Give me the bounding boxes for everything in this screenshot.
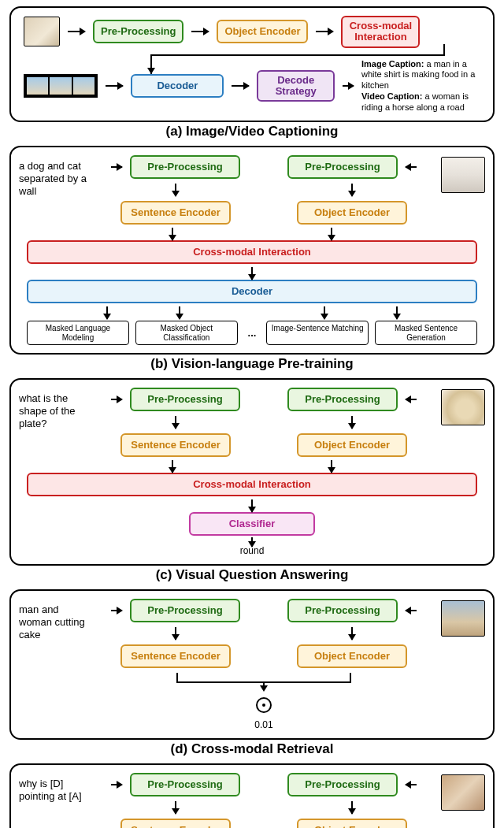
decoder-box: Decoder: [27, 280, 477, 303]
object-encoder-box: Object Encoder: [297, 644, 407, 668]
sentence-encoder-box: Sentence Encoder: [120, 201, 231, 225]
decoder-box: Decoder: [131, 74, 224, 98]
object-encoder-box: Object Encoder: [297, 819, 407, 828]
pre-processing-box-right: Pre-Processing: [287, 599, 398, 622]
pre-processing-box-right: Pre-Processing: [287, 155, 398, 179]
object-encoder-box: Object Encoder: [297, 433, 407, 457]
object-encoder-box: Object Encoder: [297, 201, 407, 225]
panel-a: Pre-Processing Object Encoder Cross-moda…: [9, 6, 495, 122]
image-thumbnail: [441, 774, 485, 811]
panel-e: why is [D] pointing at [A] Pre-Processin…: [9, 763, 495, 828]
image-thumbnail: [441, 600, 485, 637]
svg-marker-1: [260, 685, 268, 692]
task-box: Masked Object Classification: [135, 321, 238, 345]
panel-b-caption: (b) Vision-language Pre-training: [0, 356, 504, 372]
input-text-d: man and woman cutting cake: [19, 603, 87, 640]
object-encoder-box: Object Encoder: [217, 20, 308, 43]
image-thumbnail: [441, 157, 485, 193]
caption-output: Image Caption: a man in a white shirt is…: [361, 59, 485, 113]
pre-processing-box-left: Pre-Processing: [130, 388, 240, 411]
sentence-encoder-box: Sentence Encoder: [120, 644, 231, 668]
input-text-b: a dog and cat separated by a wall: [19, 160, 87, 197]
panel-b: a dog and cat separated by a wall Pre-Pr…: [9, 146, 495, 355]
dot-product-icon: [256, 697, 272, 713]
task-box: Image-Sentence Matching: [266, 321, 369, 345]
task-box: Masked Language Modeling: [27, 321, 129, 345]
input-text-c: what is the shape of the plate?: [19, 392, 87, 429]
task-box: Masked Sentence Generation: [375, 321, 477, 345]
sentence-encoder-box: Sentence Encoder: [120, 819, 231, 828]
input-text-e: why is [D] pointing at [A]: [19, 778, 87, 802]
ellipsis: ...: [244, 321, 261, 345]
image-caption-label: Image Caption:: [361, 59, 424, 69]
panel-d: man and woman cutting cake Pre-Processin…: [9, 589, 495, 740]
image-thumbnail: [24, 17, 60, 46]
pre-processing-box-right: Pre-Processing: [287, 388, 398, 411]
pre-processing-box-left: Pre-Processing: [130, 155, 240, 179]
image-thumbnail: [441, 389, 485, 425]
cross-modal-interaction-box: Cross-modal Interaction: [27, 473, 477, 496]
pre-processing-box-right: Pre-Processing: [287, 773, 398, 796]
pre-processing-box-left: Pre-Processing: [130, 599, 240, 622]
decode-strategy-box: Decode Strategy: [257, 70, 335, 102]
pre-processing-box-left: Pre-Processing: [130, 773, 240, 796]
panel-c: what is the shape of the plate? Pre-Proc…: [9, 378, 495, 566]
pre-processing-box: Pre-Processing: [93, 20, 183, 43]
cross-modal-interaction-box: Cross-modal Interaction: [341, 16, 420, 48]
panel-d-caption: (d) Cross-modal Retrieval: [0, 741, 504, 757]
video-caption-label: Video Caption:: [361, 91, 422, 101]
cross-modal-interaction-box: Cross-modal Interaction: [27, 240, 477, 264]
video-filmstrip: [24, 74, 98, 98]
sentence-encoder-box: Sentence Encoder: [120, 433, 231, 457]
retrieval-score: 0.01: [254, 719, 272, 730]
panel-a-caption: (a) Image/Video Captioning: [0, 124, 504, 139]
classifier-box: Classifier: [189, 512, 315, 536]
panel-c-caption: (c) Visual Question Answering: [0, 567, 504, 583]
